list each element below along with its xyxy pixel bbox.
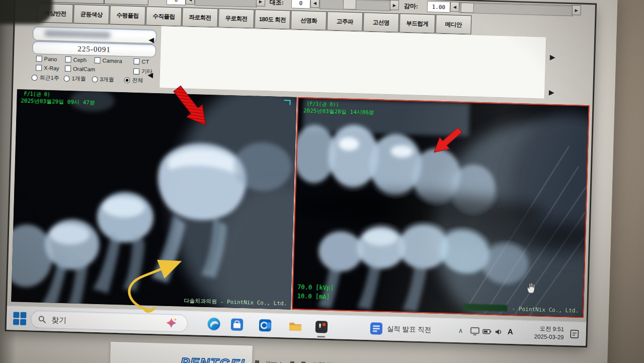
xray-right-render: [293, 98, 588, 317]
spinner-left-icon[interactable]: ◀: [450, 2, 460, 12]
radio-3month[interactable]: 3개월: [92, 76, 114, 84]
contrast-thumb[interactable]: [343, 0, 357, 10]
tray-volume-icon[interactable]: [495, 328, 503, 336]
filter-median-button[interactable]: 메디안: [435, 15, 471, 35]
spinner-right-icon[interactable]: ▶: [256, 0, 266, 7]
filter-rotate-left-button[interactable]: 좌로회전: [182, 7, 218, 27]
photo-of-monitor: 0 ◀ ▶ 대조: 0 ◀ ▶ 감마: 1.00 ◀ ▶ 색상반전 균등색상 수…: [0, 0, 644, 363]
osd-view-label: View ▲: [266, 360, 283, 363]
toolbar-button-partial-2[interactable]: [104, 0, 149, 6]
ime-indicator[interactable]: A: [508, 327, 513, 336]
patient-id-text: 225-0091: [77, 44, 111, 54]
spinner-left-icon[interactable]: ◀: [310, 0, 320, 8]
strip-scroll-right-icon[interactable]: ▶: [545, 85, 558, 100]
contrast-value[interactable]: 0: [291, 0, 311, 9]
brand-logo: PENTGEL: [180, 355, 250, 363]
screen: 0 ◀ ▶ 대조: 0 ◀ ▶ 감마: 1.00 ◀ ▶ 색상반전 균등색상 수…: [7, 0, 595, 346]
checkbox-ceph[interactable]: Ceph: [65, 56, 87, 63]
spinner-right-icon[interactable]: ▶: [390, 0, 399, 10]
tray-clock[interactable]: 오전 9:51 2025-03-29: [519, 324, 564, 341]
tray-display-icon[interactable]: [470, 327, 479, 335]
action-center-icon[interactable]: [570, 329, 579, 338]
foreground-dark-object: [0, 0, 53, 24]
osd-button-icon[interactable]: [255, 360, 259, 363]
hand-cursor-icon: [526, 282, 537, 295]
filter-highpass-button[interactable]: 고주파: [327, 12, 363, 32]
xray-left-render: [11, 89, 297, 309]
bezel-osd-controls: View ▲ AUTO/SELECT: [255, 360, 347, 363]
brightness-track[interactable]: [195, 0, 258, 8]
filter-sharpen-button[interactable]: 선명화: [290, 11, 327, 31]
strip-scroll-right-icon[interactable]: ▶: [546, 50, 559, 64]
monitor-bezel: 0 ◀ ▶ 대조: 0 ◀ ▶ 감마: 1.00 ◀ ▶ 색상반전 균등색상 수…: [0, 0, 618, 363]
filter-hidef-button[interactable]: 고선명: [363, 13, 399, 33]
start-button-icon[interactable]: [13, 311, 27, 326]
tray-expand-icon[interactable]: ∧: [458, 327, 463, 334]
thumbnail-strip[interactable]: [159, 26, 546, 99]
gamma-track[interactable]: [459, 2, 574, 16]
contrast-label: 대조:: [270, 0, 284, 7]
radio-all[interactable]: 전체: [124, 76, 143, 84]
tray-battery-icon[interactable]: [482, 328, 492, 335]
footer-redaction: [463, 304, 507, 311]
store-app-icon[interactable]: [230, 317, 245, 332]
checkbox-ct[interactable]: CT: [133, 58, 149, 65]
contrast-track[interactable]: [319, 0, 391, 11]
radio-recent-week[interactable]: 최근1주: [31, 74, 59, 82]
xray-image-left[interactable]: F/1(관 0) 2025년03월29일 09시 47분 다솔치과의원 - Po…: [11, 89, 297, 309]
kvp-readout: 70.0 [kVp]: [297, 283, 334, 292]
filter-hflip-button[interactable]: 수평플립: [110, 5, 146, 25]
strip-scroll-left-icon[interactable]: ◀: [145, 32, 157, 47]
file-explorer-icon[interactable]: [288, 319, 303, 334]
checkbox-camera[interactable]: Camera: [94, 57, 122, 64]
brightness-value[interactable]: 0: [167, 0, 186, 6]
outlook-icon[interactable]: [258, 318, 273, 333]
filter-equalize-button[interactable]: 균등색상: [73, 4, 110, 24]
patient-name-redaction: [44, 30, 111, 39]
xray-image-right[interactable]: (F/1(관 0)) 2025년03월28일 14시06분 70.0 [kVp]…: [292, 97, 590, 318]
orientation-marker-icon: [284, 100, 290, 105]
radio-1month[interactable]: 1개월: [63, 75, 86, 83]
active-app-indicator: [317, 336, 325, 337]
widgets-headline[interactable]: 실적 발표 직전: [387, 324, 432, 334]
gamma-thumb[interactable]: [461, 3, 474, 13]
search-box[interactable]: 찾기: [31, 310, 188, 332]
xray-viewer-app-icon[interactable]: [314, 320, 329, 334]
search-placeholder: 찾기: [51, 315, 67, 325]
gamma-value[interactable]: 1.00: [427, 1, 451, 13]
spinner-right-icon[interactable]: ▶: [572, 5, 581, 15]
spinner-left-icon[interactable]: ◀: [186, 0, 195, 5]
tray-date: 2025-03-29: [519, 332, 564, 341]
filter-smooth-button[interactable]: 부드럽게: [399, 14, 435, 34]
ma-readout: 10.0 [mA]: [297, 293, 330, 301]
copilot-icon[interactable]: [166, 318, 178, 329]
search-icon: [38, 315, 46, 324]
patient-id-field[interactable]: 225-0091: [32, 41, 156, 57]
paper-card: PENTGEL: [109, 342, 253, 363]
checkbox-xray[interactable]: X-Ray: [36, 64, 59, 71]
strip-scroll-left-icon[interactable]: ◀: [144, 67, 156, 82]
widgets-news-icon[interactable]: [370, 322, 383, 335]
filter-rotate-right-button[interactable]: 우로회전: [218, 8, 255, 28]
filter-rotate-180-button[interactable]: 180도 회전: [255, 10, 291, 30]
checkbox-pano[interactable]: Pano: [36, 55, 57, 62]
edge-browser-icon[interactable]: [207, 317, 221, 331]
checkbox-oralcam[interactable]: OralCam: [65, 65, 95, 72]
filter-vflip-button[interactable]: 수직플립: [146, 6, 182, 26]
gamma-label: 감마:: [404, 2, 418, 11]
